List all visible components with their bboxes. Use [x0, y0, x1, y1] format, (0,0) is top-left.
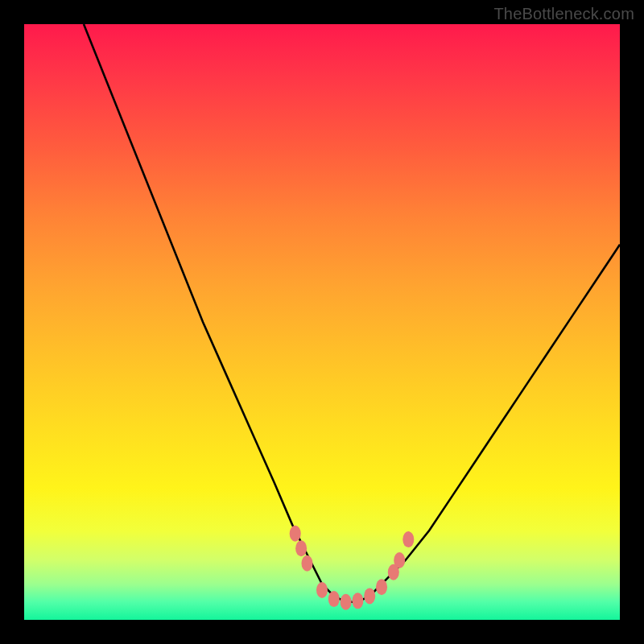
marker-dot [352, 592, 363, 609]
marker-dot [316, 582, 328, 598]
marker-dot [290, 526, 301, 542]
marker-dot [364, 588, 375, 604]
plot-area [24, 24, 620, 620]
chart-svg [24, 24, 620, 620]
marker-dot [376, 579, 387, 595]
marker-dot [328, 591, 340, 607]
marker-dot [394, 552, 405, 568]
watermark-text: TheBottleneck.com [493, 5, 634, 23]
chart-frame: TheBottleneck.com [0, 0, 644, 644]
marker-dot [341, 594, 352, 610]
marker-dot [402, 531, 414, 547]
marker-dots [290, 526, 415, 610]
marker-dot [301, 555, 312, 572]
marker-dot [295, 540, 307, 556]
curve-line [84, 24, 620, 602]
curve-path [84, 24, 620, 602]
